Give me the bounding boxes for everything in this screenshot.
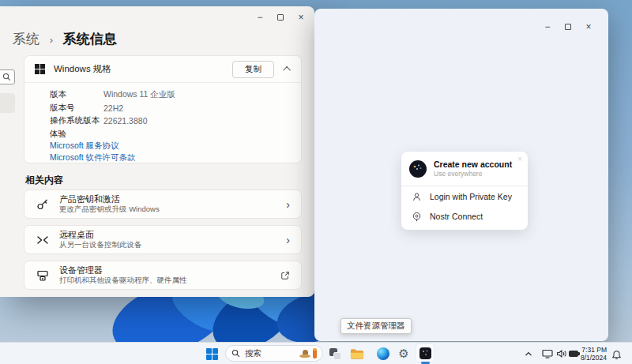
windows-spec-card: Windows 规格 复制 版本 Windows 11 企业版 版本号 22H2… (24, 55, 302, 163)
related-item-title: 产品密钥和激活 (59, 194, 160, 205)
related-item-title: 远程桌面 (59, 230, 142, 241)
task-view-icon (329, 348, 341, 360)
search-icon (2, 73, 11, 81)
related-item-subtitle: 更改产品密钥或升级 Windows (59, 205, 160, 214)
gear-icon: ⚙ (398, 348, 408, 360)
search-highlight-hat-icon[interactable] (299, 350, 310, 358)
notification-bell-icon[interactable] (609, 348, 623, 361)
taskbar: 搜索 ⚙ (0, 342, 632, 364)
edge-icon (377, 347, 389, 360)
menu-item-label: Nostr Connect (430, 212, 483, 221)
search-icon (231, 349, 240, 358)
create-account-title: Create new account (434, 159, 512, 170)
spec-label: 版本号 (50, 103, 103, 114)
nostr-window-controls: − × (537, 20, 599, 34)
page-title: 系统信息 (63, 32, 117, 47)
file-explorer-button[interactable] (348, 344, 367, 363)
related-item-subtitle: 从另一台设备控制此设备 (59, 240, 142, 250)
external-link-icon (280, 271, 290, 280)
related-item-device-manager[interactable]: 设备管理器 打印机和其他设备驱动程序、硬件属性 (24, 261, 302, 290)
taskbar-clock[interactable]: 7:31 PM 8/1/2024 (574, 346, 607, 362)
sidebar-search-input[interactable] (0, 69, 15, 84)
spec-value: Windows 11 企业版 (103, 89, 175, 100)
spec-label: 操作系统版本 (50, 115, 103, 126)
spec-row-version-number: 版本号 22H2 (50, 102, 301, 115)
related-item-subtitle: 打印机和其他设备驱动程序、硬件属性 (59, 276, 187, 285)
spec-label: 体验 (50, 129, 103, 140)
chevron-right-icon: › (286, 199, 290, 210)
menu-divider (401, 186, 528, 186)
folder-icon (350, 348, 364, 360)
settings-button[interactable]: ⚙ (394, 344, 413, 363)
search-placeholder: 搜索 (245, 348, 261, 359)
account-menu: Create new account Use everywhere × Logi… (401, 152, 528, 230)
sidebar-item-selected[interactable] (0, 93, 15, 113)
collapse-chevron-icon[interactable] (283, 66, 291, 74)
clock-time: 7:31 PM (574, 346, 607, 354)
maximize-icon[interactable] (558, 20, 578, 34)
person-icon (412, 192, 422, 202)
connect-icon (412, 212, 422, 222)
key-icon (36, 198, 50, 211)
menu-item-label: Login with Private Key (430, 192, 512, 201)
nostr-app-button[interactable] (416, 343, 434, 362)
spec-value: 22H2 (103, 103, 123, 113)
edge-browser-button[interactable] (374, 344, 393, 363)
minimize-icon[interactable]: − (537, 20, 558, 34)
taskbar-search-input[interactable]: 搜索 (225, 345, 323, 362)
spec-row-experience: 体验 (50, 128, 301, 141)
breadcrumb-system[interactable]: 系统 (13, 32, 40, 47)
windows-start-icon (206, 348, 218, 360)
minimize-icon[interactable]: − (250, 10, 270, 24)
close-icon[interactable]: × (578, 20, 599, 34)
related-item-product-key[interactable]: 产品密钥和激活 更改产品密钥或升级 Windows › (24, 190, 302, 219)
nostr-app-icon (419, 347, 431, 359)
maximize-icon[interactable] (270, 10, 291, 24)
link-ms-service-agreement[interactable]: Microsoft 服务协议 (50, 141, 301, 152)
device-manager-icon (36, 269, 50, 282)
nostr-app-window: − × Create new account Use everywhere × (314, 9, 608, 341)
windows-logo-icon (35, 64, 45, 74)
account-avatar (409, 160, 427, 178)
spec-value: 22621.3880 (103, 116, 147, 126)
create-account-item[interactable]: Create new account Use everywhere × (401, 152, 528, 178)
network-icon[interactable] (540, 347, 555, 360)
related-item-title: 设备管理器 (59, 265, 187, 276)
settings-window: − × 系统 › 系统信息 Windows 规格 复制 版本 Windows 1… (0, 6, 314, 297)
spec-row-os-build: 操作系统版本 22621.3880 (50, 114, 301, 128)
close-icon[interactable]: × (291, 10, 311, 24)
task-view-button[interactable] (325, 344, 344, 363)
menu-close-icon[interactable]: × (517, 155, 522, 163)
spec-row-version: 版本 Windows 11 企业版 (50, 88, 301, 102)
tray-chevron-up-icon[interactable] (521, 347, 536, 360)
related-item-remote-desktop[interactable]: 远程桌面 从另一台设备控制此设备 › (24, 225, 302, 254)
breadcrumb-separator-icon: › (50, 34, 53, 46)
related-content-heading: 相关内容 (25, 174, 63, 187)
settings-window-controls: − × (250, 10, 311, 24)
file-explorer-tooltip: 文件资源管理器 (340, 318, 412, 334)
spec-label: 版本 (50, 89, 103, 100)
chevron-right-icon: › (286, 235, 290, 246)
start-button[interactable] (202, 344, 221, 363)
remote-desktop-icon (36, 234, 50, 246)
login-private-key-item[interactable]: Login with Private Key (401, 188, 528, 206)
create-account-subtitle: Use everywhere (434, 170, 512, 178)
spec-card-title: Windows 规格 (54, 63, 232, 75)
link-ms-license-terms[interactable]: Microsoft 软件许可条款 (50, 152, 301, 164)
copy-button[interactable]: 复制 (232, 61, 274, 78)
breadcrumb: 系统 › 系统信息 (13, 30, 117, 48)
nostr-connect-item[interactable]: Nostr Connect (401, 208, 528, 226)
clock-date: 8/1/2024 (574, 354, 607, 362)
search-highlight-icon[interactable] (313, 348, 317, 358)
